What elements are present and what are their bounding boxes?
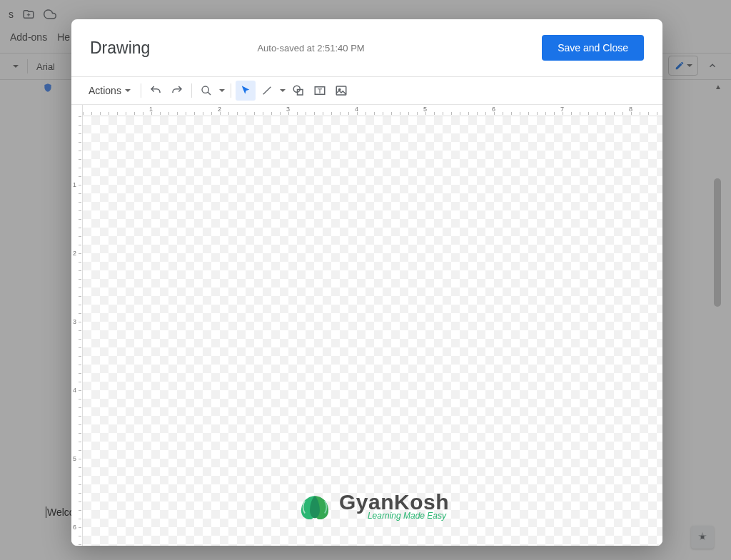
redo-button[interactable] <box>167 81 187 101</box>
watermark-name: GyanKosh <box>339 492 449 513</box>
svg-line-3 <box>263 87 271 95</box>
chevron-down-icon <box>125 89 131 92</box>
textbox-tool[interactable] <box>310 81 330 101</box>
watermark-tagline: Learning Made Easy <box>368 511 449 520</box>
ruler-v-number: 4 <box>73 387 76 394</box>
svg-line-2 <box>208 92 211 95</box>
line-dropdown[interactable] <box>278 81 287 101</box>
watermark-logo: GyanKosh Learning Made Easy <box>296 491 449 521</box>
line-tool[interactable] <box>257 81 277 101</box>
zoom-dropdown[interactable] <box>218 81 226 101</box>
ruler-v-number: 2 <box>73 250 76 257</box>
select-tool[interactable] <box>236 81 256 101</box>
save-and-close-button[interactable]: Save and Close <box>542 35 644 61</box>
image-tool[interactable] <box>331 81 351 101</box>
ruler-v-number: 1 <box>73 181 76 188</box>
ruler-v-number: 6 <box>73 524 76 531</box>
svg-point-1 <box>202 86 208 93</box>
leaf-logo-icon <box>296 491 333 521</box>
horizontal-ruler: 12345678 <box>83 105 662 116</box>
shape-tool[interactable] <box>288 81 308 101</box>
actions-menu[interactable]: Actions <box>79 85 136 96</box>
drawing-toolbar: Actions <box>71 76 662 105</box>
zoom-button[interactable] <box>196 81 216 101</box>
drawing-dialog: Drawing Auto-saved at 2:51:40 PM Save an… <box>71 19 662 546</box>
ruler-v-number: 3 <box>73 318 76 325</box>
undo-button[interactable] <box>146 81 166 101</box>
vertical-ruler: 123456 <box>71 105 83 546</box>
ruler-v-number: 5 <box>73 455 76 462</box>
actions-label: Actions <box>89 85 121 96</box>
dialog-title: Drawing <box>90 39 150 58</box>
drawing-canvas[interactable]: GyanKosh Learning Made Easy <box>83 116 662 546</box>
autosave-status: Auto-saved at 2:51:40 PM <box>164 43 528 54</box>
